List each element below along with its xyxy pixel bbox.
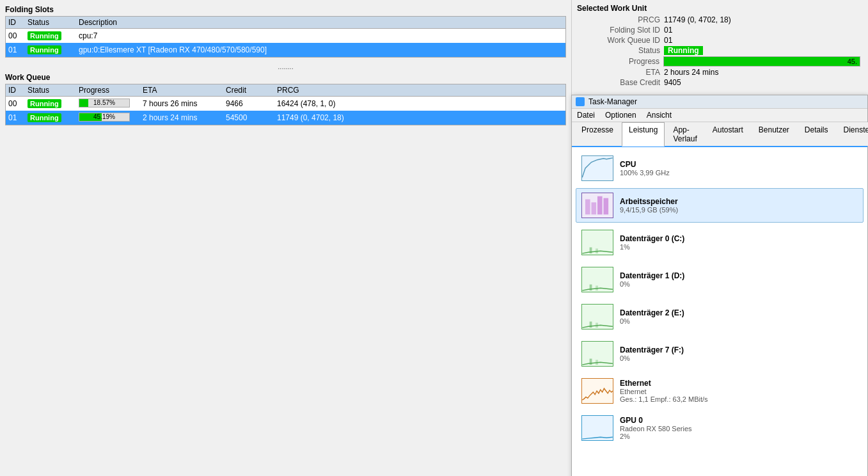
perf-subline1-7: Radeon RX 580 Series (620, 425, 692, 432)
perf-sub-3: 0% (620, 280, 684, 288)
queue-progress-1: 45.19% (79, 113, 143, 123)
swu-queue-value: 01 (664, 36, 672, 45)
tab-details[interactable]: Details (798, 122, 835, 146)
queue-header: ID Status Progress ETA Credit PRCG (6, 84, 565, 97)
swu-slot-row: Folding Slot ID 01 (577, 26, 860, 35)
work-queue-title: Work Queue (5, 73, 566, 82)
perf-subline2-6: Ges.: 1,1 Empf.: 63,2 MBit/s (620, 395, 708, 403)
svg-rect-8 (596, 249, 598, 254)
perf-info-7: GPU 0 Radeon RX 580 Series2% (620, 416, 692, 440)
tab-autostart[interactable]: Autostart (706, 122, 750, 146)
perf-item-5[interactable]: Datenträger 7 (F:) 0% (576, 337, 864, 371)
perf-item-4[interactable]: Datenträger 2 (E:) 0% (576, 299, 864, 334)
swu-slot-label: Folding Slot ID (577, 26, 660, 35)
slot-status-1: Running (28, 45, 79, 54)
queue-eta-0: 7 hours 26 mins (143, 99, 226, 108)
menu-ansicht[interactable]: Ansicht (644, 110, 674, 120)
menu-datei[interactable]: Datei (574, 110, 597, 120)
perf-name-2: Datenträger 0 (C:) (620, 234, 684, 243)
selected-work-unit-panel: Selected Work Unit PRCG 11749 (0, 4702, … (571, 0, 865, 476)
menu-optionen[interactable]: Optionen (603, 110, 639, 120)
header-credit: Credit (226, 86, 277, 95)
svg-rect-17 (596, 360, 598, 365)
queue-prcg-0: 16424 (478, 1, 0) (277, 99, 379, 108)
perf-chart-2 (581, 230, 613, 255)
swu-basecredit-label: Base Credit (577, 78, 660, 87)
slot-row-1[interactable]: 01 Running gpu:0:Ellesmere XT [Radeon RX… (6, 43, 565, 57)
svg-rect-5 (604, 198, 609, 215)
taskmanager-tabs: Prozesse Leistung App-Verlauf Autostart … (572, 122, 867, 147)
slot-status-0: Running (28, 31, 79, 40)
header-eta: ETA (143, 86, 226, 95)
queue-credit-1: 54500 (226, 113, 277, 122)
task-manager-window: Task-Manager Datei Optionen Ansicht Proz… (571, 95, 868, 476)
perf-sub-5: 0% (620, 354, 684, 362)
perf-item-7[interactable]: GPU 0 Radeon RX 580 Series2% (576, 411, 864, 445)
perf-chart-1 (581, 193, 613, 218)
slots-header: ID Status Description (6, 17, 565, 29)
perf-info-4: Datenträger 2 (E:) 0% (620, 308, 684, 325)
slots-rows: 00 Running cpu:7 01 Running gpu:0:Ellesm… (6, 29, 565, 57)
left-panel: Folding Slots ID Status Description 00 R… (0, 0, 571, 476)
slot-row-0[interactable]: 00 Running cpu:7 (6, 29, 565, 43)
perf-item-3[interactable]: Datenträger 1 (D:) 0% (576, 262, 864, 297)
taskmanager-menubar: Datei Optionen Ansicht (572, 109, 867, 122)
svg-rect-4 (597, 196, 603, 215)
queue-rows: 00 Running 18.57% 7 hours 26 mins 9466 1… (6, 97, 565, 125)
perf-name-1: Arbeitsspeicher (620, 197, 678, 206)
performance-items: CPU 100% 3,99 GHz Arbeitsspeicher 9,4/15… (576, 151, 864, 445)
perf-info-5: Datenträger 7 (F:) 0% (620, 345, 684, 362)
taskmanager-icon (576, 97, 585, 106)
perf-chart-0 (581, 155, 613, 181)
perf-chart-6 (581, 378, 613, 404)
perf-item-2[interactable]: Datenträger 0 (C:) 1% (576, 225, 864, 260)
swu-eta-value: 2 hours 24 mins (664, 68, 718, 77)
queue-row-0[interactable]: 00 Running 18.57% 7 hours 26 mins 9466 1… (6, 97, 565, 111)
swu-prcg-value: 11749 (0, 4702, 18) (664, 15, 731, 24)
swu-queue-label: Work Queue ID (577, 36, 660, 45)
header-progress: Progress (79, 86, 143, 95)
tab-benutzer[interactable]: Benutzer (752, 122, 796, 146)
queue-row-1[interactable]: 01 Running 45.19% 2 hours 24 mins 54500 … (6, 111, 565, 125)
slot-id-0: 00 (8, 31, 28, 40)
svg-rect-2 (585, 200, 590, 215)
tab-appverlauf[interactable]: App-Verlauf (666, 122, 704, 146)
perf-name-4: Datenträger 2 (E:) (620, 308, 684, 317)
perf-info-2: Datenträger 0 (C:) 1% (620, 234, 684, 251)
tab-dienste[interactable]: Dienste (837, 122, 868, 146)
perf-subline2-7: 2% (620, 432, 692, 440)
perf-name-3: Datenträger 1 (D:) (620, 271, 684, 280)
perf-info-3: Datenträger 1 (D:) 0% (620, 271, 684, 288)
perf-chart-7 (581, 415, 613, 441)
swu-eta-label: ETA (577, 68, 660, 77)
taskmanager-content: CPU 100% 3,99 GHz Arbeitsspeicher 9,4/15… (572, 147, 867, 476)
svg-rect-18 (582, 379, 613, 403)
perf-sub-2: 1% (620, 243, 684, 251)
header-status: Status (28, 18, 79, 27)
divider: ........ (5, 63, 566, 70)
swu-queue-row: Work Queue ID 01 (577, 36, 860, 45)
queue-prcg-1: 11749 (0, 4702, 18) (277, 113, 379, 122)
swu-prcg-label: PRCG (577, 15, 660, 24)
header-qid: ID (8, 86, 28, 95)
queue-progress-0: 18.57% (79, 99, 143, 109)
perf-item-6[interactable]: Ethernet EthernetGes.: 1,1 Empf.: 63,2 M… (576, 374, 864, 408)
swu-title: Selected Work Unit (577, 4, 860, 13)
header-id: ID (8, 18, 28, 27)
header-desc: Description (79, 18, 563, 27)
work-queue-table: ID Status Progress ETA Credit PRCG 00 Ru… (5, 84, 566, 125)
folding-slots-title: Folding Slots (5, 5, 566, 14)
tab-leistung[interactable]: Leistung (622, 122, 665, 147)
perf-item-1[interactable]: Arbeitsspeicher 9,4/15,9 GB (59%) (576, 188, 864, 223)
svg-rect-11 (596, 286, 598, 291)
svg-rect-10 (590, 285, 592, 291)
slot-desc-0: cpu:7 (79, 31, 563, 40)
perf-name-0: CPU (620, 160, 670, 169)
tab-prozesse[interactable]: Prozesse (574, 122, 620, 146)
svg-rect-14 (596, 323, 598, 328)
perf-item-0[interactable]: CPU 100% 3,99 GHz (576, 151, 864, 186)
header-qstatus: Status (28, 86, 79, 95)
swu-basecredit-value: 9405 (664, 78, 681, 87)
slot-desc-1: gpu:0:Ellesmere XT [Radeon RX 470/480/57… (79, 45, 563, 54)
perf-sub-0: 100% 3,99 GHz (620, 169, 670, 177)
